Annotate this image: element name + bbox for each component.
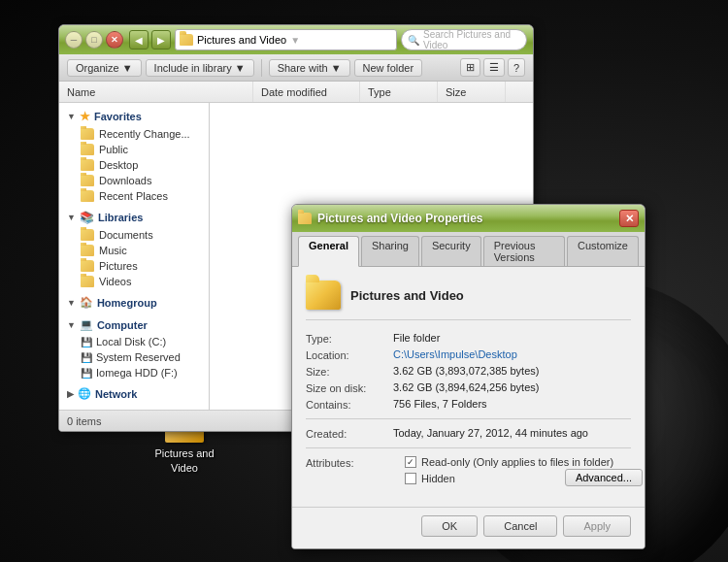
music-label: Music (99, 245, 127, 256)
new-folder-button[interactable]: New folder (354, 59, 423, 77)
type-value: File folder (393, 332, 631, 344)
sidebar-item-recent-places[interactable]: Recent Places (59, 188, 209, 204)
tab-security[interactable]: Security (421, 236, 481, 266)
sidebar-item-local-disk[interactable]: 💾 Local Disk (C:) (59, 334, 209, 349)
network-icon: 🌐 (78, 387, 91, 400)
prop-size-on-disk-row: Size on disk: 3.62 GB (3,894,624,256 byt… (306, 381, 631, 394)
sidebar-item-public[interactable]: Public (59, 142, 209, 157)
downloads-icon (81, 175, 94, 186)
apply-button[interactable]: Apply (563, 515, 631, 537)
location-value[interactable]: C:\Users\Impulse\Desktop (393, 348, 631, 360)
dialog-close-button[interactable]: ✕ (619, 210, 639, 227)
include-library-button[interactable]: Include in library ▼ (146, 59, 254, 77)
prop-separator (306, 418, 631, 419)
favorites-label: Favorites (94, 111, 142, 122)
prop-location-row: Location: C:\Users\Impulse\Desktop (306, 348, 631, 361)
hidden-label: Hidden (421, 473, 455, 484)
cancel-button[interactable]: Cancel (483, 515, 557, 537)
view-tiles-button[interactable]: ⊞ (460, 58, 480, 77)
window-controls: ─ □ ✕ (65, 31, 123, 49)
hidden-attr-inner: Hidden (405, 473, 455, 484)
hidden-checkbox[interactable] (405, 473, 416, 484)
attributes-row: Attributes: ✓ Read-only (Only applies to… (306, 456, 631, 489)
minimize-button[interactable]: ─ (65, 31, 83, 49)
prop-separator2 (306, 447, 631, 448)
help-button[interactable]: ? (508, 58, 525, 77)
recent-places-label: Recent Places (99, 190, 168, 202)
column-header: Name Date modified Type Size (59, 82, 533, 103)
music-icon (81, 245, 94, 256)
col-type-header[interactable]: Type (360, 82, 438, 102)
size-on-disk-label: Size on disk: (306, 381, 393, 394)
tab-sharing[interactable]: Sharing (361, 236, 419, 266)
items-count: 0 items (67, 415, 101, 427)
network-section: ▶ 🌐 Network (59, 384, 209, 403)
attributes-section: Attributes: ✓ Read-only (Only applies to… (306, 456, 631, 489)
sidebar-item-desktop[interactable]: Desktop (59, 157, 209, 173)
network-header[interactable]: ▶ 🌐 Network (59, 384, 209, 403)
computer-label: Computer (97, 319, 148, 331)
dialog-buttons: OK Cancel Apply (292, 507, 645, 548)
back-button[interactable]: ◀ (129, 30, 149, 50)
homegroup-label: Homegroup (97, 297, 157, 309)
homegroup-arrow: ▼ (67, 298, 76, 308)
forward-button[interactable]: ▶ (151, 30, 171, 50)
properties-dialog: Pictures and Video Properties ✕ General … (291, 204, 645, 549)
computer-section: ▼ 💻 Computer 💾 Local Disk (C:) 💾 System … (59, 315, 209, 380)
maximize-button[interactable]: □ (85, 31, 103, 49)
local-disk-label: Local Disk (C:) (96, 336, 166, 347)
sidebar-item-videos[interactable]: Videos (59, 274, 209, 289)
libraries-section: ▼ 📚 Libraries Documents Music Pict (59, 208, 209, 289)
tab-general[interactable]: General (298, 236, 359, 267)
contains-value: 756 Files, 7 Folders (393, 398, 631, 410)
libraries-header[interactable]: ▼ 📚 Libraries (59, 208, 209, 227)
sidebar-item-recently-changed[interactable]: Recently Change... (59, 126, 209, 142)
homegroup-header[interactable]: ▼ 🏠 Homegroup (59, 293, 209, 312)
favorites-section: ▼ ★ Favorites Recently Change... Public (59, 107, 209, 204)
homegroup-section: ▼ 🏠 Homegroup (59, 293, 209, 312)
col-size-header[interactable]: Size (438, 82, 506, 102)
search-bar[interactable]: 🔍 Search Pictures and Video (401, 29, 527, 50)
sidebar-item-system-reserved[interactable]: 💾 System Reserved (59, 349, 209, 365)
documents-icon (81, 229, 94, 241)
readonly-checkbox[interactable]: ✓ (405, 456, 416, 468)
sidebar-item-documents[interactable]: Documents (59, 227, 209, 243)
public-icon (81, 144, 94, 155)
favorites-arrow: ▼ (67, 112, 76, 121)
folder-icon-label: Pictures andVideo (154, 446, 214, 475)
address-dropdown-icon[interactable]: ▼ (290, 35, 300, 46)
readonly-label: Read-only (Only applies to files in fold… (421, 456, 613, 468)
favorites-star-icon: ★ (80, 110, 90, 123)
sidebar-item-downloads[interactable]: Downloads (59, 173, 209, 188)
advanced-button[interactable]: Advanced... (565, 469, 643, 486)
iomega-icon: 💾 (81, 368, 92, 379)
favorites-header[interactable]: ▼ ★ Favorites (59, 107, 209, 126)
downloads-label: Downloads (99, 175, 151, 186)
view-list-button[interactable]: ☰ (483, 58, 505, 77)
col-date-header[interactable]: Date modified (253, 82, 360, 102)
address-folder-icon (180, 34, 193, 46)
organize-button[interactable]: Organize ▼ (67, 59, 142, 77)
recent-places-icon (81, 190, 94, 202)
tab-previous-versions[interactable]: Previous Versions (483, 236, 565, 266)
created-value: Today, January 27, 2012, 44 minutes ago (393, 427, 631, 439)
videos-icon (81, 276, 94, 287)
system-reserved-label: System Reserved (96, 351, 181, 363)
type-label: Type: (306, 332, 393, 345)
titlebar: ─ □ ✕ ◀ ▶ Pictures and Video ▼ 🔍 Search … (59, 25, 533, 54)
computer-icon: 💻 (80, 318, 93, 331)
computer-arrow: ▼ (67, 320, 76, 330)
share-with-button[interactable]: Share with ▼ (269, 59, 350, 77)
sidebar-item-music[interactable]: Music (59, 243, 209, 258)
address-bar[interactable]: Pictures and Video ▼ (175, 29, 397, 50)
col-name-header[interactable]: Name (59, 82, 253, 102)
computer-header[interactable]: ▼ 💻 Computer (59, 315, 209, 334)
pictures-icon (81, 260, 94, 272)
public-label: Public (99, 144, 128, 155)
ok-button[interactable]: OK (421, 515, 478, 537)
sidebar-item-pictures[interactable]: Pictures (59, 258, 209, 274)
prop-size-row: Size: 3.62 GB (3,893,072,385 bytes) (306, 365, 631, 378)
close-button[interactable]: ✕ (106, 31, 123, 49)
tab-customize[interactable]: Customize (567, 236, 639, 266)
sidebar-item-iomega[interactable]: 💾 Iomega HDD (F:) (59, 365, 209, 380)
